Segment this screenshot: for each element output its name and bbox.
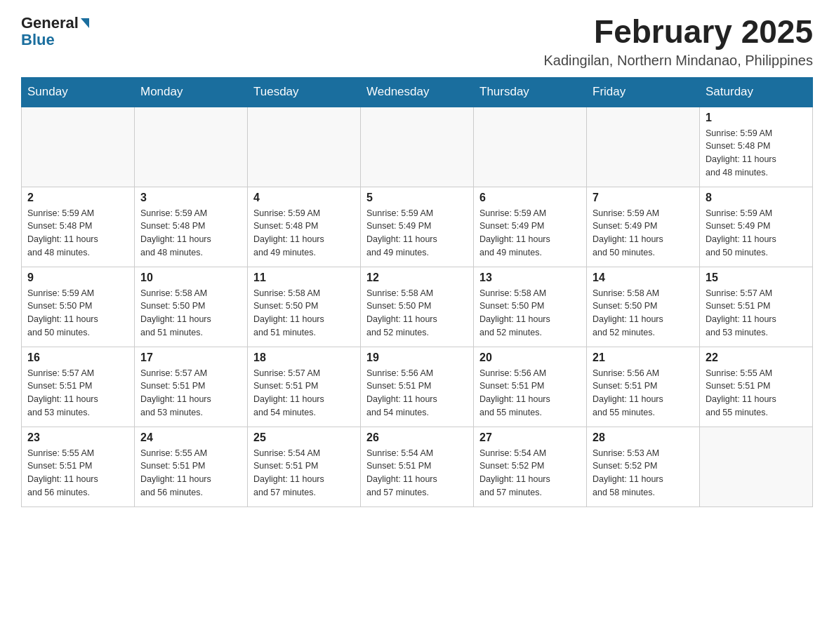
- day-number: 23: [27, 431, 128, 444]
- calendar-header-wednesday: Wednesday: [361, 77, 474, 107]
- day-number: 6: [479, 192, 581, 204]
- page-header: General Blue February 2025 Kadingilan, N…: [21, 14, 813, 69]
- day-info: Sunrise: 5:54 AM Sunset: 5:51 PM Dayligh…: [366, 447, 468, 499]
- logo: General Blue: [21, 14, 91, 49]
- day-info: Sunrise: 5:55 AM Sunset: 5:51 PM Dayligh…: [27, 447, 128, 499]
- calendar-cell: 19Sunrise: 5:56 AM Sunset: 5:51 PM Dayli…: [361, 347, 474, 427]
- calendar-header-monday: Monday: [135, 77, 248, 107]
- day-info: Sunrise: 5:56 AM Sunset: 5:51 PM Dayligh…: [479, 367, 581, 420]
- day-info: Sunrise: 5:59 AM Sunset: 5:48 PM Dayligh…: [27, 207, 128, 260]
- calendar-cell: 5Sunrise: 5:59 AM Sunset: 5:49 PM Daylig…: [361, 187, 474, 267]
- calendar-cell: 15Sunrise: 5:57 AM Sunset: 5:51 PM Dayli…: [700, 267, 813, 347]
- calendar-week-row: 23Sunrise: 5:55 AM Sunset: 5:51 PM Dayli…: [22, 427, 813, 507]
- calendar-week-row: 1Sunrise: 5:59 AM Sunset: 5:48 PM Daylig…: [22, 107, 813, 187]
- day-number: 2: [27, 192, 128, 204]
- day-number: 1: [706, 112, 807, 124]
- day-info: Sunrise: 5:59 AM Sunset: 5:49 PM Dayligh…: [366, 207, 468, 260]
- title-area: February 2025 Kadingilan, Northern Minda…: [543, 14, 813, 69]
- page-title: February 2025: [543, 14, 813, 50]
- calendar-cell: [587, 107, 700, 187]
- calendar-cell: 27Sunrise: 5:54 AM Sunset: 5:52 PM Dayli…: [474, 427, 587, 507]
- day-number: 8: [706, 192, 807, 204]
- day-number: 17: [140, 351, 241, 364]
- day-number: 15: [706, 271, 807, 284]
- calendar-cell: 12Sunrise: 5:58 AM Sunset: 5:50 PM Dayli…: [361, 267, 474, 347]
- day-number: 25: [253, 431, 355, 444]
- day-number: 9: [27, 271, 128, 284]
- calendar-cell: [248, 107, 361, 187]
- day-info: Sunrise: 5:59 AM Sunset: 5:49 PM Dayligh…: [479, 207, 581, 260]
- calendar-cell: 8Sunrise: 5:59 AM Sunset: 5:49 PM Daylig…: [700, 187, 813, 267]
- day-number: 28: [593, 431, 694, 444]
- day-info: Sunrise: 5:53 AM Sunset: 5:52 PM Dayligh…: [593, 447, 694, 499]
- day-info: Sunrise: 5:58 AM Sunset: 5:50 PM Dayligh…: [140, 287, 241, 340]
- calendar-table: SundayMondayTuesdayWednesdayThursdayFrid…: [21, 77, 813, 507]
- day-info: Sunrise: 5:59 AM Sunset: 5:49 PM Dayligh…: [706, 207, 807, 260]
- day-number: 21: [593, 351, 694, 364]
- calendar-week-row: 2Sunrise: 5:59 AM Sunset: 5:48 PM Daylig…: [22, 187, 813, 267]
- day-number: 5: [366, 192, 468, 204]
- day-number: 13: [479, 271, 581, 284]
- calendar-cell: 7Sunrise: 5:59 AM Sunset: 5:49 PM Daylig…: [587, 187, 700, 267]
- day-info: Sunrise: 5:59 AM Sunset: 5:48 PM Dayligh…: [140, 207, 241, 260]
- calendar-week-row: 9Sunrise: 5:59 AM Sunset: 5:50 PM Daylig…: [22, 267, 813, 347]
- calendar-header-friday: Friday: [587, 77, 700, 107]
- calendar-cell: [474, 107, 587, 187]
- calendar-cell: 17Sunrise: 5:57 AM Sunset: 5:51 PM Dayli…: [135, 347, 248, 427]
- calendar-cell: 13Sunrise: 5:58 AM Sunset: 5:50 PM Dayli…: [474, 267, 587, 347]
- calendar-week-row: 16Sunrise: 5:57 AM Sunset: 5:51 PM Dayli…: [22, 347, 813, 427]
- day-number: 27: [479, 431, 581, 444]
- day-number: 4: [253, 192, 355, 204]
- calendar-cell: 2Sunrise: 5:59 AM Sunset: 5:48 PM Daylig…: [22, 187, 135, 267]
- day-info: Sunrise: 5:54 AM Sunset: 5:52 PM Dayligh…: [479, 447, 581, 499]
- calendar-header-thursday: Thursday: [474, 77, 587, 107]
- day-info: Sunrise: 5:56 AM Sunset: 5:51 PM Dayligh…: [593, 367, 694, 420]
- calendar-header-row: SundayMondayTuesdayWednesdayThursdayFrid…: [22, 77, 813, 107]
- day-info: Sunrise: 5:59 AM Sunset: 5:48 PM Dayligh…: [706, 127, 807, 180]
- day-number: 20: [479, 351, 581, 364]
- calendar-cell: 24Sunrise: 5:55 AM Sunset: 5:51 PM Dayli…: [135, 427, 248, 507]
- calendar-header-tuesday: Tuesday: [248, 77, 361, 107]
- calendar-cell: 28Sunrise: 5:53 AM Sunset: 5:52 PM Dayli…: [587, 427, 700, 507]
- calendar-cell: 4Sunrise: 5:59 AM Sunset: 5:48 PM Daylig…: [248, 187, 361, 267]
- calendar-cell: 26Sunrise: 5:54 AM Sunset: 5:51 PM Dayli…: [361, 427, 474, 507]
- day-number: 3: [140, 192, 241, 204]
- day-number: 24: [140, 431, 241, 444]
- calendar-cell: [700, 427, 813, 507]
- calendar-cell: 18Sunrise: 5:57 AM Sunset: 5:51 PM Dayli…: [248, 347, 361, 427]
- calendar-cell: 11Sunrise: 5:58 AM Sunset: 5:50 PM Dayli…: [248, 267, 361, 347]
- day-info: Sunrise: 5:59 AM Sunset: 5:48 PM Dayligh…: [253, 207, 355, 260]
- calendar-cell: 9Sunrise: 5:59 AM Sunset: 5:50 PM Daylig…: [22, 267, 135, 347]
- day-info: Sunrise: 5:59 AM Sunset: 5:49 PM Dayligh…: [593, 207, 694, 260]
- day-number: 7: [593, 192, 694, 204]
- day-info: Sunrise: 5:57 AM Sunset: 5:51 PM Dayligh…: [706, 287, 807, 340]
- calendar-cell: [135, 107, 248, 187]
- day-number: 18: [253, 351, 355, 364]
- day-info: Sunrise: 5:57 AM Sunset: 5:51 PM Dayligh…: [27, 367, 128, 420]
- day-number: 11: [253, 271, 355, 284]
- day-number: 19: [366, 351, 468, 364]
- day-number: 14: [593, 271, 694, 284]
- calendar-cell: 1Sunrise: 5:59 AM Sunset: 5:48 PM Daylig…: [700, 107, 813, 187]
- calendar-cell: 10Sunrise: 5:58 AM Sunset: 5:50 PM Dayli…: [135, 267, 248, 347]
- calendar-cell: 14Sunrise: 5:58 AM Sunset: 5:50 PM Dayli…: [587, 267, 700, 347]
- day-info: Sunrise: 5:57 AM Sunset: 5:51 PM Dayligh…: [140, 367, 241, 420]
- day-info: Sunrise: 5:57 AM Sunset: 5:51 PM Dayligh…: [253, 367, 355, 420]
- calendar-cell: 16Sunrise: 5:57 AM Sunset: 5:51 PM Dayli…: [22, 347, 135, 427]
- day-number: 26: [366, 431, 468, 444]
- calendar-cell: 22Sunrise: 5:55 AM Sunset: 5:51 PM Dayli…: [700, 347, 813, 427]
- day-number: 10: [140, 271, 241, 284]
- day-info: Sunrise: 5:58 AM Sunset: 5:50 PM Dayligh…: [253, 287, 355, 340]
- calendar-cell: 20Sunrise: 5:56 AM Sunset: 5:51 PM Dayli…: [474, 347, 587, 427]
- day-info: Sunrise: 5:58 AM Sunset: 5:50 PM Dayligh…: [593, 287, 694, 340]
- calendar-header-saturday: Saturday: [700, 77, 813, 107]
- day-info: Sunrise: 5:58 AM Sunset: 5:50 PM Dayligh…: [366, 287, 468, 340]
- page-subtitle: Kadingilan, Northern Mindanao, Philippin…: [543, 53, 813, 69]
- day-info: Sunrise: 5:56 AM Sunset: 5:51 PM Dayligh…: [366, 367, 468, 420]
- logo-general-text: General: [21, 14, 79, 32]
- day-info: Sunrise: 5:55 AM Sunset: 5:51 PM Dayligh…: [706, 367, 807, 420]
- day-info: Sunrise: 5:55 AM Sunset: 5:51 PM Dayligh…: [140, 447, 241, 499]
- calendar-cell: 23Sunrise: 5:55 AM Sunset: 5:51 PM Dayli…: [22, 427, 135, 507]
- day-number: 12: [366, 271, 468, 284]
- calendar-header-sunday: Sunday: [22, 77, 135, 107]
